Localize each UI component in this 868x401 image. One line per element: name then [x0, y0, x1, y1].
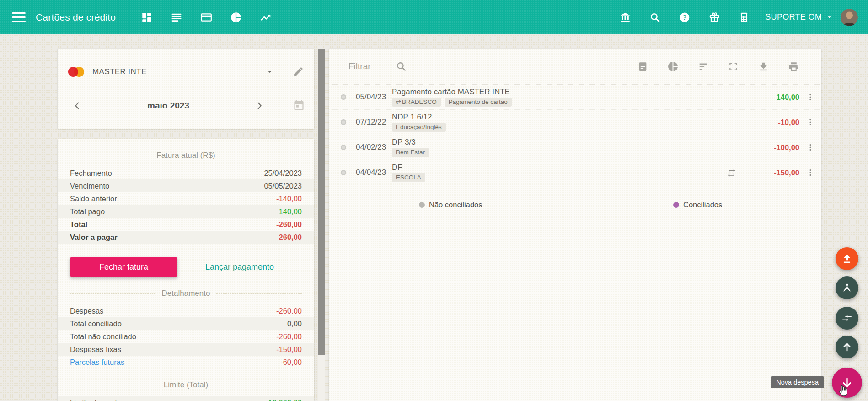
calculator-icon[interactable]: [729, 0, 759, 34]
summary-value: -260,00: [276, 233, 302, 242]
transaction-info: NDP 1 6/12Educação/Inglês: [392, 113, 446, 132]
transactions-panel: 05/04/23Pagamento cartão MASTER INTE⇄BRA…: [329, 49, 821, 401]
topbar-divider: [127, 9, 127, 26]
statement-icon[interactable]: [637, 61, 648, 72]
transaction-title: Pagamento cartão MASTER INTE: [392, 88, 512, 96]
row-menu-icon[interactable]: [799, 143, 821, 152]
help-icon[interactable]: ?: [670, 0, 699, 34]
vertical-scrollbar[interactable]: [318, 49, 325, 401]
summary-value: -150,00: [276, 345, 302, 354]
edit-card-icon[interactable]: [293, 66, 304, 79]
search-icon[interactable]: [395, 60, 407, 72]
search-icon[interactable]: [640, 0, 670, 34]
print-icon[interactable]: [788, 61, 799, 72]
new-expense-fab[interactable]: [832, 368, 862, 398]
summary-label[interactable]: Parcelas futuras: [70, 358, 124, 367]
card-selector-panel: MASTER INTE maio 2023: [58, 49, 314, 129]
transaction-title: NDP 1 6/12: [392, 113, 446, 121]
legend-label: Não conciliados: [429, 200, 482, 209]
transaction-info: DFESCOLA: [392, 163, 425, 182]
recurring-icon: [727, 168, 736, 178]
summary-row: Parcelas futuras-60,00: [58, 356, 314, 368]
row-menu-icon[interactable]: [799, 168, 821, 177]
reconcile-fab[interactable]: [836, 307, 858, 330]
calendar-icon[interactable]: [293, 99, 305, 113]
summary-value: -140,00: [276, 195, 302, 203]
row-menu-icon[interactable]: [799, 92, 821, 102]
status-dot: [341, 170, 346, 175]
limit-rows: Limite da conta10.000,00: [58, 396, 314, 401]
summary-value: -260,00: [276, 307, 302, 315]
transaction-tag: Educação/Inglês: [392, 123, 446, 132]
close-invoice-button[interactable]: Fechar fatura: [70, 257, 177, 277]
bank-icon[interactable]: [610, 0, 640, 34]
menu-icon[interactable]: [12, 12, 26, 22]
previous-month-icon[interactable]: [72, 101, 82, 111]
month-navigator: maio 2023: [72, 95, 264, 116]
transfer-arrow-icon: ⇄: [396, 98, 401, 105]
summary-label: Vencimento: [70, 182, 109, 190]
trending-up-icon[interactable]: [251, 0, 280, 34]
status-dot: [341, 145, 346, 150]
status-dot: [341, 94, 346, 100]
transaction-row[interactable]: 05/04/23Pagamento cartão MASTER INTE⇄BRA…: [329, 85, 821, 110]
pie-chart-icon[interactable]: [221, 0, 251, 34]
topbar: Cartões de crédito ?: [0, 0, 868, 34]
month-label: maio 2023: [147, 101, 189, 111]
summary-label: Total: [70, 220, 87, 229]
summary-label: Total conciliado: [70, 320, 122, 328]
page-title: Cartões de crédito: [36, 12, 116, 23]
topbar-utilities: ? SUPORTE OM: [610, 0, 868, 34]
transaction-tags: ⇄BRADESCOPagamento de cartão: [392, 98, 512, 107]
statement-lines-icon[interactable]: [161, 0, 191, 34]
summary-value: 140,00: [279, 207, 302, 216]
transaction-tag: Bem Estar: [392, 148, 429, 157]
legend-item: Conciliados: [673, 200, 722, 209]
summary-row: Despesas-260,00: [58, 304, 314, 317]
transaction-date: 04/02/23: [356, 143, 392, 152]
transaction-tag: Pagamento de cartão: [445, 98, 512, 107]
dashboard-icon[interactable]: [132, 0, 161, 34]
fab-tooltip: Nova despesa: [771, 376, 824, 388]
sort-icon[interactable]: [697, 61, 709, 72]
split-transaction-fab[interactable]: [836, 276, 858, 299]
summary-label: Saldo anterior: [70, 195, 117, 203]
fullscreen-icon[interactable]: [728, 61, 739, 72]
summary-label: Despesas: [70, 307, 103, 315]
summary-label: Valor a pagar: [70, 233, 118, 242]
section-title-details: Detalhamento: [70, 289, 302, 298]
legend-dot: [419, 202, 425, 208]
pie-chart-icon[interactable]: [667, 61, 679, 72]
transaction-row[interactable]: 04/02/23DP 3/3Bem Estar-100,00: [329, 135, 821, 160]
filter-input[interactable]: [348, 61, 395, 72]
status-dot: [341, 119, 346, 125]
gift-icon[interactable]: [699, 0, 729, 34]
section-title-limit: Limite (Total): [70, 380, 302, 390]
summary-value: 0,00: [287, 320, 302, 328]
transaction-title: DP 3/3: [392, 138, 429, 146]
scrollbar-thumb[interactable]: [318, 49, 325, 355]
summary-value: -260,00: [276, 332, 302, 341]
next-month-icon[interactable]: [254, 101, 264, 111]
transaction-row[interactable]: 07/12/22NDP 1 6/12Educação/Inglês-10,00: [329, 110, 821, 135]
user-menu[interactable]: SUPORTE OM: [765, 9, 858, 26]
transaction-tag: ⇄BRADESCO: [392, 98, 441, 107]
upload-fab[interactable]: [836, 247, 858, 270]
details-rows: Despesas-260,00Total conciliado0,00Total…: [58, 304, 314, 368]
credit-card-icon[interactable]: [191, 0, 221, 34]
card-select[interactable]: MASTER INTE: [68, 61, 274, 82]
download-icon[interactable]: [758, 61, 769, 72]
transaction-title: DF: [392, 163, 425, 172]
summary-row: Saldo anterior-140,00: [58, 192, 314, 205]
register-payment-link[interactable]: Lançar pagamento: [177, 262, 302, 272]
section-title-invoice: Fatura atual (R$): [70, 151, 302, 160]
transaction-date: 07/12/22: [356, 118, 392, 127]
row-menu-icon[interactable]: [799, 118, 821, 127]
transaction-row[interactable]: 04/04/23DFESCOLA-150,00: [329, 160, 821, 185]
user-label: SUPORTE OM: [765, 12, 822, 22]
new-income-fab[interactable]: [836, 336, 858, 358]
transaction-info: Pagamento cartão MASTER INTE⇄BRADESCOPag…: [392, 88, 512, 107]
summary-row: Limite da conta10.000,00: [58, 396, 314, 401]
legend-label: Conciliados: [683, 200, 722, 209]
avatar[interactable]: [841, 9, 858, 26]
